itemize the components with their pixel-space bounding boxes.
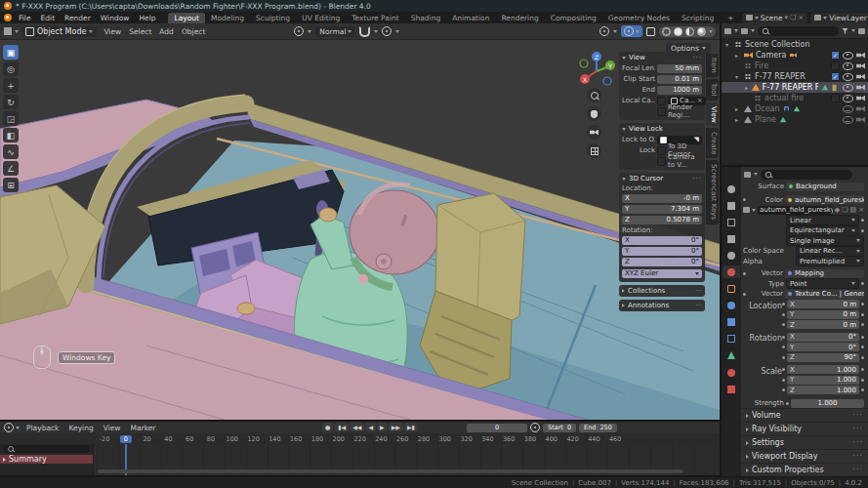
view-panel-header[interactable]: View··· (622, 54, 702, 61)
workspace-tab-geometry-nodes[interactable]: Geometry Nodes (602, 13, 676, 23)
panel-menu-icon[interactable]: ··· (852, 452, 863, 461)
animate-dot-icon[interactable] (861, 388, 864, 391)
disable-render-camera-icon[interactable] (856, 96, 865, 102)
animate-dot-icon[interactable] (782, 388, 785, 391)
axis-field-z[interactable]: Z1.000 (787, 386, 859, 394)
panel-menu-icon[interactable]: ··· (695, 302, 702, 309)
source-dropdown[interactable]: Single Image (786, 235, 864, 246)
ruler-tick[interactable]: 300 (439, 435, 451, 443)
menu-help[interactable]: Help (134, 14, 160, 22)
menu-render[interactable]: Render (60, 14, 96, 22)
unlink-icon[interactable]: × (858, 206, 864, 214)
animate-dot-icon[interactable] (861, 323, 864, 326)
workspace-tab-compositing[interactable]: Compositing (545, 13, 602, 23)
panel-volume[interactable]: Volume··· (741, 408, 868, 422)
panel-menu-icon[interactable]: ··· (852, 438, 863, 447)
panel-menu-icon[interactable]: ··· (852, 425, 863, 433)
new-scene-icon[interactable]: ❏ (790, 14, 796, 21)
viewport-menu-select[interactable]: Select (125, 27, 155, 36)
editor-type-clock-icon[interactable] (4, 423, 14, 432)
play-button[interactable]: ▶ (377, 423, 388, 431)
open-folder-icon[interactable]: ▨ (850, 206, 857, 214)
duplicate-icon[interactable]: ❏ (842, 206, 847, 214)
ruler-tick[interactable]: 80 (207, 435, 215, 443)
n-panel-tab-screencast-keys[interactable]: Screencast Keys (706, 160, 719, 224)
n-panel-tab-create[interactable]: Create (706, 128, 719, 158)
axis-field-z[interactable]: Z90° (787, 353, 859, 362)
start-frame-field[interactable]: Start0 (543, 424, 576, 432)
panel-menu-icon[interactable]: ··· (695, 287, 702, 295)
outliner-options-icon[interactable] (858, 28, 865, 34)
hide-viewport-eye-icon[interactable] (843, 95, 853, 102)
projection-dropdown[interactable]: Equirectangular (786, 225, 859, 236)
snap-magnet-icon[interactable] (359, 26, 370, 37)
display-mode-icon[interactable] (724, 28, 731, 34)
timeline-menu-marker[interactable]: Marker (125, 424, 160, 432)
shading-solid-icon[interactable] (674, 27, 682, 36)
vector-value[interactable]: Mapping (785, 269, 864, 278)
disable-render-camera-icon[interactable] (856, 63, 865, 69)
animate-dot-icon[interactable] (743, 272, 746, 275)
play-reverse-button[interactable]: ◀ (365, 423, 376, 431)
color-space-dropdown[interactable]: Linear Rec... (796, 246, 864, 257)
ruler-tick[interactable]: 380 (524, 435, 536, 443)
summary-channel[interactable]: Summary (0, 455, 93, 464)
properties-tab-output[interactable] (723, 216, 740, 228)
tool-transform[interactable]: ◧ (3, 128, 19, 142)
ruler-tick[interactable]: 420 (566, 435, 578, 443)
next-key-button[interactable]: ▶▶ (389, 423, 403, 431)
menu-edit[interactable]: Edit (36, 14, 61, 22)
ruler-tick[interactable]: 440 (588, 435, 599, 443)
workspace-tab-scripting[interactable]: Scripting (676, 13, 720, 23)
render-region-checkbox[interactable] (657, 107, 666, 116)
rotation-order-dropdown[interactable]: XYZ Euler (622, 269, 702, 278)
animate-dot-icon[interactable] (743, 198, 746, 201)
visibility-checkbox[interactable] (831, 94, 840, 102)
viewport-menu-object[interactable]: Object (178, 27, 209, 36)
animate-dot-icon[interactable] (782, 303, 785, 305)
ruler-tick[interactable]: 260 (396, 435, 408, 443)
shading-material-icon[interactable] (685, 27, 694, 36)
type-dropdown[interactable]: Point (786, 278, 859, 289)
axis-field-z[interactable]: Z0° (622, 258, 702, 266)
properties-tab-texture[interactable] (723, 383, 740, 395)
workspace-tab-modeling[interactable]: Modeling (205, 13, 250, 23)
image-name-field[interactable]: autumn_field_puresky_8k.exr (758, 206, 833, 215)
interpolation-dropdown[interactable]: Linear (786, 215, 859, 225)
ruler-tick[interactable]: 60 (186, 435, 193, 443)
visibility-checkbox[interactable]: ✓ (831, 51, 840, 60)
surface-value[interactable]: Background (786, 183, 864, 191)
ruler-tick[interactable]: 160 (290, 435, 302, 443)
panel-menu-icon[interactable]: ··· (852, 466, 863, 474)
hide-viewport-eye-icon[interactable] (843, 62, 853, 70)
clip-end-field[interactable]: 1000 m (657, 86, 702, 95)
properties-tab-render[interactable] (723, 199, 740, 212)
axis-field-z[interactable]: Z0 m (787, 320, 859, 329)
tool-annotate[interactable]: ∿ (3, 144, 19, 159)
axis-field-y[interactable]: Y7.304 m (622, 205, 702, 214)
ruler-tick[interactable]: -20 (100, 435, 110, 443)
visibility-checkbox[interactable]: ✓ (831, 72, 840, 81)
ruler-tick[interactable]: 100 (227, 435, 238, 443)
stopwatch-icon[interactable] (530, 423, 540, 432)
axis-field-y[interactable]: Y0 m (787, 310, 859, 319)
viewport-menu-add[interactable]: Add (155, 27, 178, 36)
pan-button[interactable] (587, 106, 601, 121)
animate-dot-icon[interactable] (861, 356, 864, 359)
panel-custom-properties[interactable]: Custom Properties··· (741, 463, 868, 476)
color-value[interactable]: autumn_field_puresky... (785, 195, 864, 204)
end-frame-field[interactable]: End250 (579, 424, 617, 432)
overlays-toggle[interactable] (621, 25, 642, 37)
disable-render-camera-icon[interactable] (856, 117, 865, 123)
outliner-row-fire[interactable]: Fire (722, 61, 868, 71)
ruler-tick[interactable]: 220 (353, 435, 365, 443)
camera-view-button[interactable] (587, 125, 601, 140)
properties-tab-modifiers[interactable] (723, 300, 740, 312)
lock-3d-cursor-checkbox[interactable] (657, 146, 666, 155)
panel-menu-icon[interactable]: ··· (852, 411, 863, 420)
expander-icon[interactable]: ▸ (735, 116, 741, 123)
add-workspace-button[interactable]: + (722, 13, 739, 23)
workspace-tab-texture-paint[interactable]: Texture Paint (346, 13, 404, 23)
mode-selector[interactable]: Object Mode (21, 26, 97, 37)
animate-dot-icon[interactable] (861, 219, 864, 222)
